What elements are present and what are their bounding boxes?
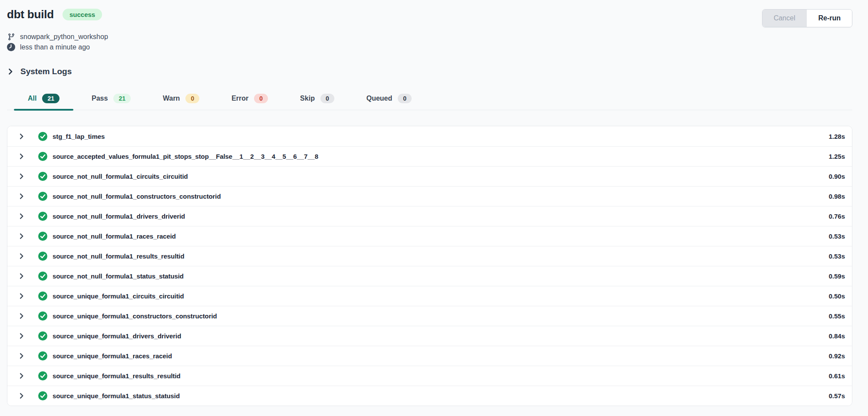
time-line: less than a minute ago <box>7 43 852 51</box>
expand-chevron-icon[interactable] <box>18 173 25 180</box>
node-duration: 0.76s <box>828 213 845 220</box>
run-meta: snowpark_python_workshop less than a min… <box>7 33 852 51</box>
system-logs-toggle[interactable]: System Logs <box>7 67 852 76</box>
tab-count-badge: 0 <box>254 94 268 103</box>
pass-check-icon <box>38 292 47 301</box>
node-name: source_unique_formula1_results_resultid <box>53 372 181 380</box>
node-name: source_unique_formula1_status_statusid <box>53 392 180 400</box>
results-list: stg_f1_lap_times 1.28s source_accepted_v… <box>7 126 852 406</box>
pass-check-icon <box>38 132 47 141</box>
branch-name: snowpark_python_workshop <box>20 33 108 41</box>
node-duration: 0.98s <box>828 193 845 200</box>
tab-count-badge: 0 <box>185 94 199 103</box>
expand-chevron-icon[interactable] <box>18 353 25 359</box>
tab-count-badge: 21 <box>42 94 59 103</box>
node-name: source_not_null_formula1_races_raceid <box>53 233 176 240</box>
expand-chevron-icon[interactable] <box>18 233 25 239</box>
node-duration: 0.55s <box>828 312 845 320</box>
status-badge: success <box>63 9 102 20</box>
status-tabs: All 21 Pass 21 Warn 0 Error 0 Skip 0 Que… <box>7 94 852 110</box>
expand-chevron-icon[interactable] <box>18 193 25 200</box>
node-duration: 0.57s <box>828 392 845 400</box>
result-row: source_not_null_formula1_constructors_co… <box>7 186 852 206</box>
header: dbt build success Cancel Re-run <box>7 8 852 27</box>
result-row: source_accepted_values_formula1_pit_stop… <box>7 146 852 166</box>
node-name: source_unique_formula1_constructors_cons… <box>53 312 217 320</box>
expand-chevron-icon[interactable] <box>18 313 25 319</box>
run-actions: Cancel Re-run <box>762 9 852 27</box>
tab-label: Pass <box>92 95 108 102</box>
expand-chevron-icon[interactable] <box>18 273 25 279</box>
pass-check-icon <box>38 311 47 321</box>
pass-check-icon <box>38 232 47 241</box>
node-name: source_not_null_formula1_circuits_circui… <box>53 173 188 180</box>
expand-chevron-icon[interactable] <box>18 333 25 339</box>
node-duration: 0.50s <box>828 292 845 300</box>
chevron-right-icon <box>7 68 14 75</box>
node-name: source_unique_formula1_drivers_driverid <box>53 332 181 340</box>
tab-skip[interactable]: Skip 0 <box>300 94 334 110</box>
git-branch-icon <box>7 33 15 41</box>
result-row: source_not_null_formula1_drivers_driveri… <box>7 206 852 226</box>
tab-count-badge: 0 <box>320 94 334 103</box>
pass-check-icon <box>38 192 47 201</box>
tab-label: Warn <box>163 95 180 102</box>
node-duration: 0.84s <box>828 332 845 340</box>
tab-error[interactable]: Error 0 <box>231 94 268 110</box>
result-row: source_not_null_formula1_circuits_circui… <box>7 166 852 186</box>
result-row: source_not_null_formula1_races_raceid 0.… <box>7 226 852 246</box>
node-name: source_not_null_formula1_drivers_driveri… <box>53 213 185 220</box>
run-detail-page: dbt build success Cancel Re-run snowpark… <box>0 0 868 406</box>
result-row: source_unique_formula1_constructors_cons… <box>7 306 852 326</box>
node-duration: 0.92s <box>828 352 845 360</box>
node-name: source_unique_formula1_circuits_circuiti… <box>53 292 184 300</box>
node-name: source_accepted_values_formula1_pit_stop… <box>53 153 318 160</box>
pass-check-icon <box>38 351 47 360</box>
tab-label: All <box>28 95 36 102</box>
cancel-button[interactable]: Cancel <box>762 10 807 27</box>
tab-count-badge: 21 <box>113 94 131 103</box>
tab-label: Queued <box>366 95 393 102</box>
node-name: source_not_null_formula1_results_resulti… <box>53 252 185 260</box>
node-name: source_not_null_formula1_constructors_co… <box>53 193 221 200</box>
result-row: source_unique_formula1_drivers_driverid … <box>7 326 852 346</box>
expand-chevron-icon[interactable] <box>18 213 25 219</box>
pass-check-icon <box>38 371 47 380</box>
rerun-button[interactable]: Re-run <box>806 10 852 27</box>
result-row: source_not_null_formula1_results_resulti… <box>7 246 852 266</box>
node-duration: 1.28s <box>828 133 845 140</box>
node-name: source_not_null_formula1_status_statusid <box>53 272 184 280</box>
pass-check-icon <box>38 212 47 221</box>
page-title: dbt build <box>7 8 54 21</box>
expand-chevron-icon[interactable] <box>18 393 25 399</box>
tab-pass[interactable]: Pass 21 <box>92 94 131 110</box>
expand-chevron-icon[interactable] <box>18 253 25 259</box>
pass-check-icon <box>38 172 47 181</box>
pass-check-icon <box>38 152 47 161</box>
tab-warn[interactable]: Warn 0 <box>163 94 199 110</box>
clock-icon <box>7 43 15 51</box>
branch-line: snowpark_python_workshop <box>7 33 852 41</box>
node-duration: 1.25s <box>828 153 845 160</box>
tab-queued[interactable]: Queued 0 <box>366 94 412 110</box>
title-wrap: dbt build success <box>7 8 102 21</box>
tab-label: Skip <box>300 95 315 102</box>
expand-chevron-icon[interactable] <box>18 133 25 140</box>
result-row: source_unique_formula1_circuits_circuiti… <box>7 286 852 306</box>
result-row: source_unique_formula1_races_raceid 0.92… <box>7 346 852 366</box>
system-logs-label: System Logs <box>20 67 72 76</box>
tab-all[interactable]: All 21 <box>28 94 59 110</box>
time-ago: less than a minute ago <box>20 43 90 51</box>
node-duration: 0.90s <box>828 173 845 180</box>
pass-check-icon <box>38 252 47 261</box>
tab-label: Error <box>231 95 248 102</box>
expand-chevron-icon[interactable] <box>18 293 25 299</box>
result-row: source_unique_formula1_status_statusid 0… <box>7 386 852 406</box>
pass-check-icon <box>38 331 47 341</box>
expand-chevron-icon[interactable] <box>18 373 25 379</box>
node-duration: 0.53s <box>828 233 845 240</box>
expand-chevron-icon[interactable] <box>18 153 25 160</box>
tab-count-badge: 0 <box>398 94 412 103</box>
node-duration: 0.53s <box>828 252 845 260</box>
pass-check-icon <box>38 391 47 400</box>
